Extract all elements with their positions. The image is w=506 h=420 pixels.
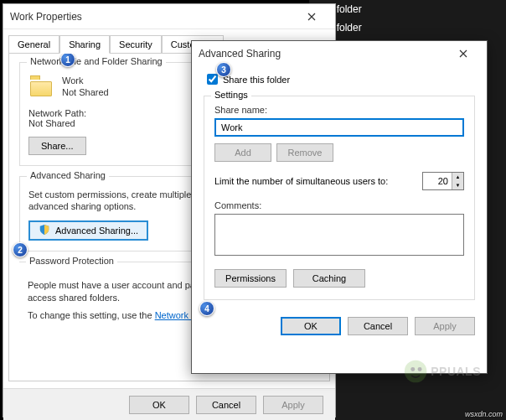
caching-button[interactable]: Caching [293,269,365,288]
watermark: wsxdn.com [465,410,503,418]
folder-icon [28,75,55,98]
tab-sharing[interactable]: Sharing [59,35,110,54]
comments-input[interactable] [214,214,464,256]
advanced-sharing-title-bar[interactable]: Advanced Sharing [192,41,487,66]
appuals-brand-text: PPUALS [431,365,481,378]
tab-security[interactable]: Security [110,35,162,54]
group-label: Network File and Folder Sharing [27,56,166,66]
close-icon[interactable] [295,7,328,27]
advanced-sharing-button-label: Advanced Sharing... [55,226,138,236]
permissions-button[interactable]: Permissions [214,269,287,288]
shield-icon [39,224,50,237]
limit-users-label: Limit the number of simultaneous users t… [214,176,388,186]
advanced-sharing-title: Advanced Sharing [199,48,447,60]
group-label: Advanced Sharing [27,170,109,180]
apply-button[interactable]: Apply [415,317,475,335]
share-name-input[interactable] [214,118,464,137]
svg-point-0 [405,360,427,383]
share-button[interactable]: Share... [28,137,86,155]
properties-title-bar[interactable]: Work Properties [3,4,335,29]
share-this-folder-checkbox[interactable]: Share this folder [192,66,487,92]
callout-2: 2 [13,242,28,257]
advanced-sharing-button[interactable]: Advanced Sharing... [28,220,148,241]
callout-3: 3 [216,62,231,77]
appuals-logo: PPUALS [404,355,481,388]
svg-point-1 [410,367,415,371]
settings-group: Settings Share name: Add Remove Limit th… [204,96,475,300]
share-this-folder-label: Share this folder [223,75,290,85]
file-type-label: File folder [309,0,506,18]
tab-general[interactable]: General [8,35,59,54]
spinner-up-icon[interactable]: ▲ [452,173,463,181]
cancel-button[interactable]: Cancel [196,396,256,414]
share-status: Not Shared [62,86,109,98]
cancel-button[interactable]: Cancel [348,317,408,335]
settings-group-label: Settings [211,90,251,100]
share-this-folder-input[interactable] [207,74,218,85]
add-button[interactable]: Add [214,143,271,162]
svg-point-2 [418,367,422,371]
spinner-down-icon[interactable]: ▼ [452,181,463,189]
advanced-sharing-footer: OK Cancel Apply [192,309,487,345]
properties-title: Work Properties [10,11,295,23]
advanced-sharing-dialog: Advanced Sharing Share this folder Setti… [191,40,488,374]
folder-name: Work [62,75,109,86]
share-name-label: Share name: [214,105,464,115]
properties-footer: OK Cancel Apply [3,388,335,420]
file-type-label: File folder [309,18,506,37]
callout-1: 1 [60,52,75,67]
password-protection-line2-prefix: To change this setting, use the [28,310,155,320]
comments-label: Comments: [214,200,464,210]
callout-4: 4 [199,301,214,316]
remove-button[interactable]: Remove [276,143,333,162]
group-label: Password Protection [26,256,117,266]
apply-button[interactable]: Apply [263,396,323,414]
ok-button[interactable]: OK [281,317,341,335]
limit-users-input[interactable] [423,173,452,189]
close-icon[interactable] [447,44,480,64]
ok-button[interactable]: OK [129,396,189,414]
limit-users-spinner[interactable]: ▲ ▼ [422,172,464,190]
